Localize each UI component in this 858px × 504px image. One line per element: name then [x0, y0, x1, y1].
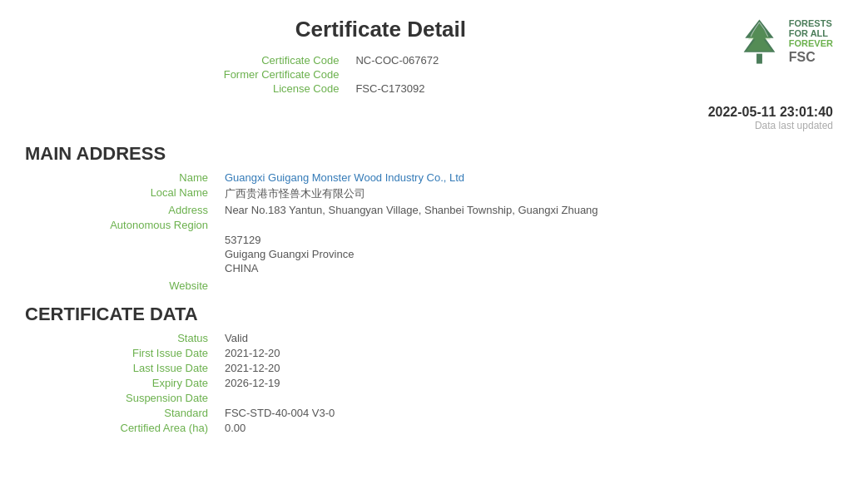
last-issue-date-value: 2021-12-20 — [225, 362, 280, 374]
for-all-label: FOR ALL — [789, 28, 833, 38]
certificate-code-label: Certificate Code — [189, 54, 355, 67]
local-name-value: 广西贵港市怪兽木业有限公司 — [225, 186, 365, 201]
certificate-data-heading: CERTIFICATE DATA — [25, 304, 833, 325]
former-certificate-code-row: Former Certificate Code — [189, 68, 605, 81]
page-title: Certificate Detail — [295, 17, 466, 42]
suspension-date-row: Suspension Date — [58, 392, 833, 404]
address-fields: Name Guangxi Guigang Monster Wood Indust… — [58, 171, 833, 292]
first-issue-date-value: 2021-12-20 — [225, 347, 280, 359]
certificate-fields: Certificate Code NC-COC-067672 Former Ce… — [189, 54, 605, 96]
name-label: Name — [58, 171, 225, 184]
first-issue-date-label: First Issue Date — [58, 347, 225, 359]
fsc-logo-text-block: FORESTS FOR ALL FOREVER FSC — [789, 18, 833, 65]
suspension-date-label: Suspension Date — [58, 392, 225, 404]
autonomous-region-label: Autonomous Region — [58, 219, 225, 231]
status-row: Status Valid — [58, 332, 833, 344]
status-value: Valid — [225, 332, 248, 344]
header-row: Certificate Detail Certificate Code NC-C… — [25, 17, 833, 105]
country-line: CHINA — [225, 262, 833, 274]
fsc-logo: FORESTS FOR ALL FOREVER FSC — [736, 17, 833, 67]
standard-row: Standard FSC-STD-40-004 V3-0 — [58, 407, 833, 419]
timestamp-area: 2022-05-11 23:01:40 Data last updated — [25, 105, 833, 131]
name-row: Name Guangxi Guigang Monster Wood Indust… — [58, 171, 833, 184]
local-name-label: Local Name — [58, 186, 225, 201]
expiry-date-value: 2026-12-19 — [225, 377, 280, 389]
standard-label: Standard — [58, 407, 225, 419]
address-label: Address — [58, 204, 225, 216]
expiry-date-row: Expiry Date 2026-12-19 — [58, 377, 833, 389]
fsc-label: FSC — [789, 50, 833, 65]
forests-label: FORESTS — [789, 18, 833, 28]
website-label: Website — [58, 279, 225, 292]
last-issue-date-row: Last Issue Date 2021-12-20 — [58, 362, 833, 374]
former-certificate-code-label: Former Certificate Code — [189, 68, 355, 81]
license-code-row: License Code FSC-C173092 — [189, 82, 605, 95]
main-address-heading: MAIN ADDRESS — [25, 143, 833, 165]
license-code-label: License Code — [189, 82, 355, 95]
certificate-code-row: Certificate Code NC-COC-067672 — [189, 54, 605, 67]
standard-value: FSC-STD-40-004 V3-0 — [225, 407, 335, 419]
certified-area-label: Certified Area (ha) — [58, 422, 225, 434]
timestamp-label: Data last updated — [25, 120, 833, 131]
certificate-code-value: NC-COC-067672 — [355, 54, 439, 67]
city-province-line: Guigang Guangxi Province — [225, 248, 833, 260]
zip-line: 537129 — [225, 234, 833, 246]
last-issue-date-label: Last Issue Date — [58, 362, 225, 374]
certified-area-row: Certified Area (ha) 0.00 — [58, 422, 833, 434]
name-value: Guangxi Guigang Monster Wood Industry Co… — [225, 171, 464, 184]
fsc-tree-icon — [736, 17, 782, 67]
certificate-data-section: CERTIFICATE DATA Status Valid First Issu… — [25, 304, 833, 434]
address-value: Near No.183 Yantun, Shuangyan Village, S… — [225, 204, 598, 216]
cert-data-fields: Status Valid First Issue Date 2021-12-20… — [58, 332, 833, 434]
local-name-row: Local Name 广西贵港市怪兽木业有限公司 — [58, 186, 833, 201]
certified-area-value: 0.00 — [225, 422, 245, 434]
first-issue-date-row: First Issue Date 2021-12-20 — [58, 347, 833, 359]
expiry-date-label: Expiry Date — [58, 377, 225, 389]
svg-rect-0 — [756, 54, 762, 64]
license-code-value: FSC-C173092 — [355, 82, 424, 95]
address-row: Address Near No.183 Yantun, Shuangyan Vi… — [58, 204, 833, 216]
timestamp-value: 2022-05-11 23:01:40 — [25, 105, 833, 120]
forever-label: FOREVER — [789, 38, 833, 48]
autonomous-region-row: Autonomous Region — [58, 219, 833, 231]
website-row: Website — [58, 279, 833, 292]
status-label: Status — [58, 332, 225, 344]
main-address-section: MAIN ADDRESS Name Guangxi Guigang Monste… — [25, 143, 833, 292]
svg-marker-2 — [746, 24, 772, 52]
